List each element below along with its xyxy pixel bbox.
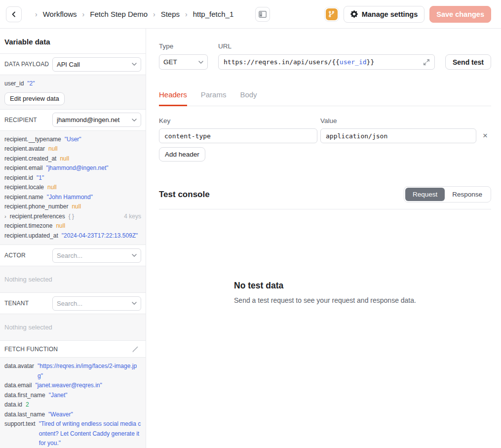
console-divider (159, 209, 491, 209)
breadcrumb-item: ›Steps (148, 10, 180, 18)
variable-row: data.first_name"Janet" (4, 391, 141, 401)
sidebar-toggle-button[interactable] (255, 7, 270, 22)
breadcrumb-item: ›http_fetch_1 (180, 10, 233, 18)
empty-state: No test data Send a test request to see … (234, 281, 416, 304)
request-editor-panel: Type GET URL https://reqres.in/api/users… (146, 29, 501, 448)
tenant-empty-block: Nothing selected (0, 314, 146, 341)
tenant-section: TENANT Search... (0, 293, 146, 314)
chevron-down-icon (132, 63, 137, 66)
recipient-label: RECIPIENT (4, 117, 37, 123)
top-bar: ›Workflows ›Fetch Step Demo ›Steps ›http… (0, 0, 501, 29)
actor-empty-block: Nothing selected (0, 266, 146, 293)
breadcrumb-label[interactable]: Steps (161, 10, 180, 18)
variable-row: recipient.timezonenull (4, 221, 141, 231)
method-selected-value: GET (163, 58, 198, 66)
tab[interactable]: Headers (159, 90, 187, 106)
breadcrumb-separator: › (35, 10, 38, 18)
header-value-input[interactable] (320, 128, 476, 143)
actor-nothing-selected: Nothing selected (4, 270, 141, 288)
expand-icon[interactable] (423, 58, 430, 68)
chevron-down-icon (132, 254, 137, 257)
actor-select[interactable]: Search... (52, 248, 141, 263)
variable-row: data.last_name"Weaver" (4, 410, 141, 420)
tab[interactable]: Params (201, 90, 227, 106)
breadcrumb-item: ›Workflows (30, 10, 77, 18)
git-branch-icon (328, 10, 335, 18)
panel-layout-icon (259, 11, 267, 18)
tenant-nothing-selected: Nothing selected (4, 318, 141, 336)
url-variable-token: user_id (340, 58, 367, 66)
recipient-select[interactable]: jhammond@ingen.net (52, 113, 141, 127)
variable-row: ›recipient.preferences{ }4 keys (4, 212, 141, 222)
fetch-function-section: FETCH FUNCTION (0, 341, 146, 358)
recipient-vars-block: recipient.__typename"User" recipient.ava… (0, 131, 146, 245)
data-payload-label: DATA PAYLOAD (4, 61, 49, 68)
payload-vars-block: user_id"2" Edit preview data (0, 75, 146, 110)
actor-search-placeholder: Search... (57, 252, 132, 259)
pencil-icon (131, 345, 139, 353)
breadcrumb-label[interactable]: Workflows (43, 10, 77, 18)
request-tabs: Headers Params Body (159, 90, 491, 106)
request-response-toggle: Request Response (404, 186, 491, 203)
empty-state-subtitle: Send a test request to see your request … (234, 296, 416, 304)
manage-settings-button[interactable]: Manage settings (344, 6, 425, 23)
breadcrumb-item: ›Fetch Step Demo (77, 10, 148, 18)
url-input[interactable]: https://reqres.in/api/users/{{user_id}} (218, 54, 435, 70)
breadcrumb-label[interactable]: http_fetch_1 (193, 10, 234, 18)
breadcrumb-separator: › (185, 10, 188, 18)
gear-icon (350, 10, 358, 18)
key-label: Key (159, 117, 317, 124)
variable-row: data.avatar"https://reqres.in/img/faces/… (4, 362, 141, 381)
manage-settings-label: Manage settings (362, 10, 418, 18)
recipient-selected-value: jhammond@ingen.net (57, 116, 132, 123)
edit-preview-data-button[interactable]: Edit preview data (4, 92, 65, 105)
tenant-select[interactable]: Search... (52, 296, 141, 311)
variable-row: recipient.name"John Hammond" (4, 193, 141, 203)
toggle-button[interactable]: Response (445, 188, 490, 201)
data-payload-selected-value: API Call (57, 61, 132, 68)
tab[interactable]: Body (240, 90, 257, 106)
toggle-button[interactable]: Request (405, 188, 445, 201)
empty-state-title: No test data (234, 281, 416, 291)
chevron-down-icon (132, 119, 137, 122)
variable-row: support.text"Tired of writing endless so… (4, 419, 141, 448)
method-select[interactable]: GET (159, 54, 208, 70)
edit-fetch-function-button[interactable] (129, 343, 141, 355)
add-header-button[interactable]: Add header (159, 147, 205, 162)
variable-row: recipient.phone_numbernull (4, 202, 141, 212)
variable-row: recipient.email"jhammond@ingen.net" (4, 163, 141, 173)
environment-badge[interactable] (325, 7, 339, 21)
fetch-vars-block: data.avatar"https://reqres.in/img/faces/… (0, 358, 146, 448)
variable-row: user_id"2" (4, 79, 141, 89)
sidebar-title: Variable data (0, 29, 146, 54)
chevron-left-icon (10, 10, 18, 18)
variable-row: recipient.__typename"User" (4, 135, 141, 145)
test-console-title: Test console (159, 190, 210, 200)
recipient-section: RECIPIENT jhammond@ingen.net (0, 110, 146, 131)
headers-list: × (159, 128, 491, 143)
back-button[interactable] (6, 6, 22, 22)
breadcrumb-label[interactable]: Fetch Step Demo (90, 10, 148, 18)
actor-section: ACTOR Search... (0, 245, 146, 266)
save-changes-button[interactable]: Save changes (429, 6, 491, 23)
variable-row: data.email"janet.weaver@reqres.in" (4, 381, 141, 391)
data-payload-select[interactable]: API Call (52, 57, 141, 72)
breadcrumb: ›Workflows ›Fetch Step Demo ›Steps ›http… (30, 10, 233, 18)
tenant-label: TENANT (4, 300, 29, 307)
type-label: Type (159, 42, 208, 50)
header-key-input[interactable] (159, 128, 317, 143)
url-text-suffix: }} (367, 58, 375, 66)
remove-header-button[interactable]: × (479, 128, 491, 143)
url-label: URL (218, 42, 435, 50)
variable-row: recipient.created_atnull (4, 154, 141, 164)
expand-chevron-icon: › (4, 212, 6, 222)
variable-row: recipient.localenull (4, 183, 141, 193)
variable-row: recipient.id"1" (4, 173, 141, 183)
variable-data-sidebar: Variable data DATA PAYLOAD API Call user… (0, 29, 146, 448)
variable-row: data.id2 (4, 400, 141, 410)
fetch-function-label: FETCH FUNCTION (4, 346, 58, 353)
send-test-button[interactable]: Send test (445, 54, 491, 70)
breadcrumb-separator: › (153, 10, 155, 18)
actor-label: ACTOR (4, 252, 26, 259)
data-payload-section: DATA PAYLOAD API Call (0, 54, 146, 75)
